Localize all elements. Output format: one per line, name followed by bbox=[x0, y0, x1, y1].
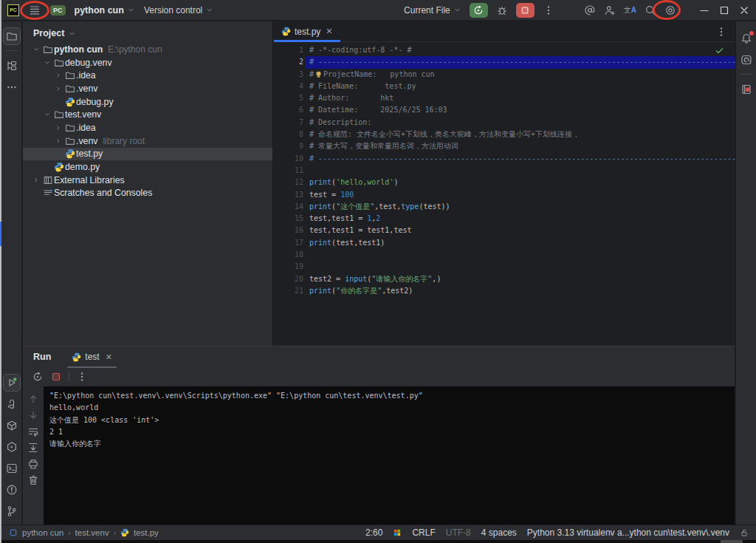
chevron-expanded-icon[interactable] bbox=[41, 59, 52, 66]
scroll-to-end-button[interactable] bbox=[26, 440, 41, 455]
code-line-12[interactable]: print('hello,world') bbox=[305, 177, 735, 188]
tree-item-demo-py[interactable]: demo.py bbox=[23, 160, 272, 174]
tree-item--venv[interactable]: .venv bbox=[23, 82, 272, 95]
readonly-widget[interactable] bbox=[740, 528, 749, 537]
tree-item--venv[interactable]: .venvlibrary root bbox=[23, 134, 272, 148]
tree-item--idea[interactable]: .idea bbox=[23, 69, 272, 82]
settings-button[interactable] bbox=[664, 0, 676, 20]
breadcrumb-item[interactable]: test.venv bbox=[75, 528, 109, 537]
more-options-button[interactable] bbox=[76, 367, 88, 386]
problems-button[interactable] bbox=[3, 481, 21, 499]
translate-button[interactable]: 文A bbox=[624, 0, 636, 20]
tab-options-icon[interactable] bbox=[715, 26, 727, 38]
soft-wrap-button[interactable] bbox=[26, 424, 41, 439]
breadcrumb-item[interactable]: python cun bbox=[22, 528, 63, 537]
maximize-button[interactable] bbox=[718, 0, 730, 20]
minimize-button[interactable] bbox=[698, 0, 710, 20]
code-line-14[interactable]: print("这个值是",test,type(test)) bbox=[305, 201, 735, 213]
rerun-button[interactable] bbox=[470, 3, 488, 18]
encoding-widget[interactable]: UTF-8 bbox=[446, 527, 471, 538]
code-with-me-button[interactable] bbox=[604, 0, 616, 20]
code-line-13[interactable]: test = 100 bbox=[305, 189, 735, 201]
tree-item-external-libraries[interactable]: External Libraries bbox=[23, 174, 272, 187]
rerun-button[interactable] bbox=[32, 367, 44, 386]
indent-widget[interactable]: 4 spaces bbox=[481, 527, 517, 538]
editor-area[interactable]: test.py ✕ 123456789101112131415161718192… bbox=[274, 21, 735, 346]
chevron-collapsed-icon[interactable] bbox=[30, 177, 41, 184]
chevron-expanded-icon[interactable] bbox=[41, 111, 52, 118]
tree-item-scratches-and-consoles[interactable]: Scratches and Consoles bbox=[23, 187, 272, 200]
line-separator-widget[interactable]: CRLF bbox=[412, 527, 435, 538]
more-actions-button[interactable] bbox=[543, 0, 554, 20]
code-line-20[interactable]: test2 = input("请输入你的名字",) bbox=[305, 273, 735, 285]
interpreter-widget[interactable]: Python 3.13 virtualenv a...ython cun\tes… bbox=[527, 527, 729, 538]
chevron-collapsed-icon[interactable] bbox=[52, 72, 63, 79]
run-config-selector[interactable]: Current File bbox=[404, 0, 461, 20]
tab-close-icon[interactable]: ✕ bbox=[326, 27, 332, 36]
console-output[interactable]: "E:\python cun\test.venv\.venv\Scripts\p… bbox=[44, 386, 735, 525]
code-line-16[interactable]: test,test1 = test1,test bbox=[305, 225, 735, 236]
ai-assistant-tool-button[interactable] bbox=[738, 51, 755, 69]
tree-item-debug-venv[interactable]: debug.venv bbox=[23, 56, 272, 69]
project-selector[interactable]: python cun bbox=[75, 0, 135, 20]
run-tab-close-icon[interactable]: ✕ bbox=[106, 352, 112, 362]
services-button[interactable] bbox=[3, 438, 21, 456]
translation-dictionary-button[interactable] bbox=[738, 81, 755, 98]
code-line-17[interactable]: print(test,test1) bbox=[305, 237, 735, 249]
code-content[interactable]: # -*-coding:utf-8 -*- ## ---------------… bbox=[305, 44, 735, 297]
python-console-button[interactable] bbox=[3, 395, 21, 413]
chevron-collapsed-icon[interactable] bbox=[52, 124, 63, 132]
code-line-7[interactable]: # Description: bbox=[305, 117, 735, 129]
down-stack-trace-button[interactable] bbox=[26, 408, 41, 423]
code-line-19[interactable] bbox=[305, 261, 735, 273]
code-line-2[interactable]: # --------------------------------------… bbox=[305, 56, 735, 68]
tree-item-test-venv[interactable]: test.venv bbox=[23, 108, 272, 121]
breadcrumb-item[interactable]: test.py bbox=[134, 528, 159, 537]
main-menu-button[interactable] bbox=[28, 0, 41, 20]
code-line-9[interactable]: # 常量大写，变量和常量用名词，方法用动词 bbox=[305, 140, 735, 152]
project-panel-header[interactable]: Project bbox=[23, 21, 272, 43]
search-everywhere-button[interactable] bbox=[645, 0, 656, 20]
tree-item-test-py[interactable]: test.py bbox=[23, 148, 272, 161]
code-line-5[interactable]: # Author: hkt bbox=[305, 92, 735, 104]
tree-item-debug-py[interactable]: debug.py bbox=[23, 95, 272, 109]
terminal-button[interactable] bbox=[3, 460, 21, 477]
clear-all-button[interactable] bbox=[26, 473, 41, 488]
code-line-15[interactable]: test,test1 = 1,2 bbox=[305, 213, 735, 225]
notifications-button[interactable] bbox=[738, 30, 755, 47]
up-stack-trace-button[interactable] bbox=[26, 392, 41, 406]
chevron-collapsed-icon[interactable] bbox=[52, 137, 63, 145]
inspections-ok-icon[interactable] bbox=[715, 46, 724, 55]
code-line-18[interactable] bbox=[305, 249, 735, 261]
code-line-8[interactable]: # 命名规范: 文件名全小写+下划线，类名大驼峰，方法和变量小写+下划线连接， bbox=[305, 129, 735, 140]
stop-button[interactable] bbox=[50, 367, 62, 386]
code-line-6[interactable]: # Datetime: 2025/6/25 16:03 bbox=[305, 104, 735, 116]
app-logo[interactable]: PC bbox=[7, 0, 19, 20]
code-line-3[interactable]: #ProjectName: python cun bbox=[305, 69, 735, 81]
project-badge[interactable]: PC bbox=[50, 5, 66, 16]
project-tool-button[interactable] bbox=[3, 27, 21, 45]
run-tab-test[interactable]: test ✕ bbox=[67, 346, 117, 367]
plugin-status-icon[interactable] bbox=[393, 528, 402, 537]
stop-button[interactable] bbox=[516, 3, 535, 18]
code-line-4[interactable]: # FileName: test.py bbox=[305, 81, 735, 92]
tab-test-py[interactable]: test.py ✕ bbox=[274, 21, 340, 41]
code-line-10[interactable]: # --------------------------------------… bbox=[305, 153, 735, 165]
tree-item-python-cun[interactable]: python cunE:\python cun bbox=[23, 43, 272, 56]
run-tool-button[interactable] bbox=[3, 374, 21, 392]
version-control-tool-button[interactable] bbox=[3, 502, 21, 520]
caret-position-widget[interactable]: 2:60 bbox=[365, 527, 382, 538]
chevron-collapsed-icon[interactable] bbox=[52, 85, 63, 92]
code-line-1[interactable]: # -*-coding:utf-8 -*- # bbox=[305, 44, 735, 56]
tree-item--idea[interactable]: .idea bbox=[23, 121, 272, 134]
ai-assistant-button[interactable] bbox=[584, 0, 596, 20]
structure-tool-button[interactable] bbox=[3, 57, 21, 75]
python-packages-button[interactable] bbox=[3, 417, 21, 434]
more-tool-windows-button[interactable] bbox=[3, 78, 21, 96]
debug-button[interactable] bbox=[496, 0, 508, 20]
chevron-expanded-icon[interactable] bbox=[30, 46, 41, 53]
close-button[interactable] bbox=[738, 0, 750, 20]
code-line-11[interactable] bbox=[305, 165, 735, 177]
vcs-widget[interactable]: Version control bbox=[144, 0, 213, 20]
code-line-21[interactable]: print("你的名字是",test2) bbox=[305, 285, 735, 297]
